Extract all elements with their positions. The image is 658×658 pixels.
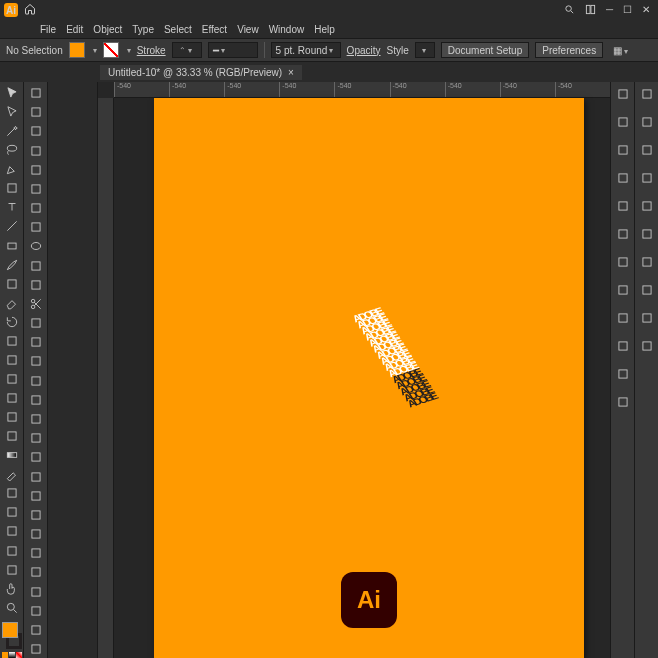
transparency-panel-icon[interactable]: [613, 280, 633, 300]
color-panel-icon[interactable]: [613, 112, 633, 132]
symbols-panel-icon[interactable]: [613, 196, 633, 216]
menu-help[interactable]: Help: [314, 24, 335, 35]
actions-panel-icon[interactable]: [637, 280, 657, 300]
live-paint-tool[interactable]: [26, 391, 46, 409]
menu-file[interactable]: File: [40, 24, 56, 35]
stroke-label[interactable]: Stroke: [137, 45, 166, 56]
lasso2-tool[interactable]: [26, 142, 46, 160]
blend-tool[interactable]: [2, 484, 22, 502]
slice2-tool[interactable]: [26, 563, 46, 581]
extra2-tool[interactable]: [26, 640, 46, 658]
perspective-select-tool[interactable]: [26, 410, 46, 428]
mesh2-tool[interactable]: [26, 429, 46, 447]
maximize-icon[interactable]: ☐: [623, 4, 632, 17]
line-tool[interactable]: [2, 217, 22, 235]
width-tool[interactable]: [2, 351, 22, 369]
type-tool[interactable]: [2, 198, 22, 216]
libraries-panel-icon[interactable]: [613, 392, 633, 412]
info-panel-icon[interactable]: [637, 308, 657, 328]
zoom-tool[interactable]: [2, 599, 22, 617]
document-tab[interactable]: Untitled-10* @ 33.33 % (RGB/Preview) ×: [100, 65, 302, 80]
color-mode-row[interactable]: [2, 652, 22, 658]
pen-tool[interactable]: [2, 160, 22, 178]
minimize-icon[interactable]: ─: [606, 4, 613, 17]
graphic-styles-panel-icon[interactable]: [613, 336, 633, 356]
wand2-tool[interactable]: [26, 122, 46, 140]
graph2-tool[interactable]: [26, 525, 46, 543]
reflect-tool[interactable]: [26, 314, 46, 332]
close-icon[interactable]: ✕: [642, 4, 650, 17]
symbol2-tool[interactable]: [26, 506, 46, 524]
hand-tool[interactable]: [2, 580, 22, 598]
artwork-adobe-text[interactable]: ADOBEADOBEADOBEADOBEADOBEADOBEADOBEADOBE…: [204, 178, 534, 458]
layers-panel-icon[interactable]: [613, 364, 633, 384]
close-tab-icon[interactable]: ×: [288, 67, 294, 78]
pencil-tool[interactable]: [26, 276, 46, 294]
arrange-icon[interactable]: [585, 4, 596, 17]
shear-tool[interactable]: [26, 333, 46, 351]
symbol-sprayer-tool[interactable]: [2, 503, 22, 521]
transform-panel-icon[interactable]: [637, 224, 657, 244]
blob-brush-tool[interactable]: [26, 257, 46, 275]
navigator-panel-icon[interactable]: [637, 336, 657, 356]
graphic-style[interactable]: ▾: [415, 42, 435, 58]
eyedropper-tool[interactable]: [2, 465, 22, 483]
variable-width-profile[interactable]: ━▾: [208, 42, 258, 58]
menu-window[interactable]: Window: [269, 24, 305, 35]
fill-swatch[interactable]: [69, 42, 85, 58]
align-icon[interactable]: ▦▾: [613, 45, 628, 56]
glyphs-panel-icon[interactable]: [637, 140, 657, 160]
selection-tool[interactable]: [2, 84, 22, 102]
links-panel-icon[interactable]: [637, 252, 657, 272]
fill-stroke-control[interactable]: [0, 622, 24, 649]
menu-type[interactable]: Type: [132, 24, 154, 35]
hand2-tool[interactable]: [26, 582, 46, 600]
scissors-tool[interactable]: [26, 295, 46, 313]
rectangle-tool[interactable]: [2, 237, 22, 255]
preferences-button[interactable]: Preferences: [535, 42, 603, 58]
align-panel-icon[interactable]: [637, 168, 657, 188]
slice-tool[interactable]: [2, 561, 22, 579]
home-icon[interactable]: [24, 3, 36, 17]
appearance-panel-icon[interactable]: [613, 308, 633, 328]
magic-wand-tool[interactable]: [2, 122, 22, 140]
gradient-panel-icon[interactable]: [613, 252, 633, 272]
group-select-tool[interactable]: [26, 103, 46, 121]
menu-effect[interactable]: Effect: [202, 24, 227, 35]
shaper-tool[interactable]: [2, 275, 22, 293]
arrow-tool[interactable]: [26, 84, 46, 102]
rotate-tool[interactable]: [2, 313, 22, 331]
search-icon[interactable]: [564, 4, 575, 17]
paragraph-panel-icon[interactable]: [637, 112, 657, 132]
document-setup-button[interactable]: Document Setup: [441, 42, 530, 58]
shape-builder-tool[interactable]: [2, 389, 22, 407]
extra1-tool[interactable]: [26, 621, 46, 639]
ellipse-tool[interactable]: [26, 237, 46, 255]
artboard[interactable]: ADOBEADOBEADOBEADOBEADOBEADOBEADOBEADOBE…: [154, 98, 584, 658]
gradient-tool[interactable]: [2, 446, 22, 464]
stroke-weight-field[interactable]: ⌃▾: [172, 42, 202, 58]
menu-select[interactable]: Select: [164, 24, 192, 35]
curvature-tool[interactable]: [2, 179, 22, 197]
brush-definition[interactable]: 5 pt. Round▾: [271, 42, 341, 58]
stroke-panel-icon[interactable]: [613, 224, 633, 244]
menu-object[interactable]: Object: [93, 24, 122, 35]
stroke-swatch[interactable]: [103, 42, 119, 58]
perspective-tool[interactable]: [2, 408, 22, 426]
area-type-tool[interactable]: [26, 199, 46, 217]
column-graph-tool[interactable]: [2, 522, 22, 540]
puppet-tool[interactable]: [26, 372, 46, 390]
direct-selection-tool[interactable]: [2, 103, 22, 121]
scale-tool[interactable]: [2, 332, 22, 350]
mesh-tool[interactable]: [2, 427, 22, 445]
measure-tool[interactable]: [26, 467, 46, 485]
canvas-area[interactable]: -540-540-540-540-540-540-540-540-540 ADO…: [98, 82, 610, 658]
menu-view[interactable]: View: [237, 24, 259, 35]
opacity-label[interactable]: Opacity: [347, 45, 381, 56]
brushes-panel-icon[interactable]: [613, 168, 633, 188]
properties-panel-icon[interactable]: [613, 84, 633, 104]
free-transform-tool[interactable]: [2, 370, 22, 388]
eraser-tool[interactable]: [2, 294, 22, 312]
warp-tool[interactable]: [26, 352, 46, 370]
menu-edit[interactable]: Edit: [66, 24, 83, 35]
